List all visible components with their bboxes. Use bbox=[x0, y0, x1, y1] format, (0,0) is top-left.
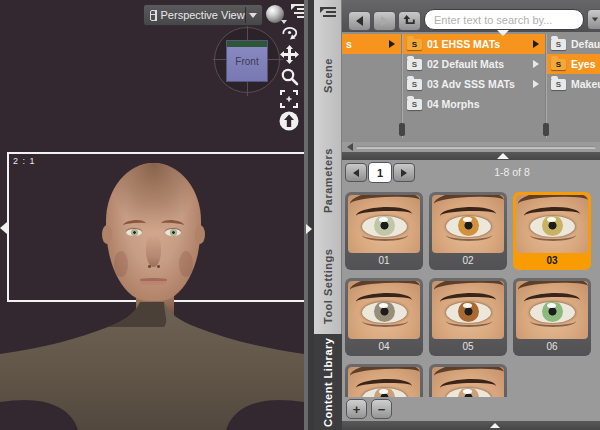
viewport-tool-column bbox=[277, 22, 301, 131]
view-selector[interactable]: Perspective View bbox=[143, 4, 263, 26]
folder-icon bbox=[407, 59, 422, 70]
folder-item-label: 01 EHSS MATs bbox=[427, 38, 500, 50]
folder-item-label: Eyes bbox=[571, 58, 596, 70]
thumbnail-label: 01 bbox=[348, 253, 420, 267]
decrease-size-button[interactable]: − bbox=[371, 399, 392, 419]
home-view-icon[interactable] bbox=[278, 110, 300, 131]
folder-item[interactable]: 04 Morphs bbox=[403, 94, 545, 114]
viewport-options-icon[interactable] bbox=[291, 4, 304, 17]
library-toolbar bbox=[342, 0, 600, 32]
material-thumbnail[interactable]: 05 bbox=[429, 278, 507, 356]
splitter-handle-icon[interactable] bbox=[497, 153, 509, 159]
material-thumbnail[interactable]: 03 bbox=[513, 192, 591, 270]
back-button[interactable] bbox=[348, 11, 371, 31]
side-tab-label: Tool Settings bbox=[322, 248, 334, 323]
side-tab[interactable]: Content Library bbox=[314, 334, 342, 430]
previous-page-button[interactable] bbox=[345, 163, 367, 182]
figure-head[interactable] bbox=[106, 163, 201, 301]
figure-nose bbox=[146, 235, 161, 267]
scroll-left-icon[interactable] bbox=[347, 143, 353, 151]
figure-nostril-right bbox=[157, 265, 160, 268]
eye-preview-image bbox=[432, 367, 504, 397]
bottom-splitter[interactable] bbox=[342, 421, 600, 430]
folder-item[interactable]: Default bbox=[547, 34, 600, 54]
folder-item[interactable]: Makeup bbox=[547, 74, 600, 94]
viewport-splitter[interactable] bbox=[304, 0, 314, 430]
folder-icon bbox=[551, 59, 566, 70]
browser-horizontal-scrollbar[interactable] bbox=[342, 142, 600, 152]
orbit-tool-icon[interactable] bbox=[278, 22, 300, 43]
column-scrollbar-thumb[interactable] bbox=[543, 123, 549, 136]
left-pane-collapse-icon[interactable] bbox=[0, 222, 7, 234]
current-page-button[interactable]: 1 bbox=[368, 162, 392, 183]
viewport-3d[interactable]: Perspective View Front 2 : 1 bbox=[0, 0, 304, 430]
search-options-button[interactable] bbox=[587, 9, 600, 30]
folder-column-3: Default Eyes Makeup bbox=[547, 34, 600, 140]
aspect-ratio-label: 2 : 1 bbox=[13, 156, 36, 166]
column-scrollbar-thumb[interactable] bbox=[399, 123, 405, 136]
material-thumbnail[interactable]: 08 bbox=[429, 364, 507, 397]
splitter-collapse-icon[interactable] bbox=[306, 224, 312, 234]
thumbnail-grid: 01 02 03 bbox=[342, 184, 600, 397]
folder-item-label: Default bbox=[571, 38, 600, 50]
zoom-tool-icon[interactable] bbox=[278, 66, 300, 87]
eye-preview-image bbox=[516, 195, 588, 253]
folder-item[interactable]: 02 Default Mats bbox=[403, 54, 545, 74]
folder-column-1: s bbox=[342, 34, 401, 140]
pan-tool-icon[interactable] bbox=[278, 44, 300, 65]
view-selector-label: Perspective View bbox=[161, 9, 245, 21]
next-page-button[interactable] bbox=[393, 163, 415, 182]
side-tab-label: Scene bbox=[322, 59, 334, 94]
folder-item[interactable]: 01 EHSS MATs bbox=[403, 34, 545, 54]
folder-item[interactable]: s bbox=[342, 34, 401, 54]
content-library-panel: s 01 EHSS MATs 02 Default Mats 03 Adv SS… bbox=[342, 0, 600, 430]
folder-item[interactable]: 03 Adv SSS MATs bbox=[403, 74, 545, 94]
viewport-layout-icon bbox=[150, 10, 156, 21]
side-tab[interactable]: Tool Settings bbox=[314, 238, 342, 334]
material-thumbnail[interactable]: 04 bbox=[345, 278, 423, 356]
material-thumbnail[interactable]: 06 bbox=[513, 278, 591, 356]
folder-column-2: 01 EHSS MATs 02 Default Mats 03 Adv SSS … bbox=[403, 34, 545, 140]
folder-icon bbox=[551, 79, 566, 90]
thumbnail-label: 04 bbox=[348, 339, 420, 353]
up-level-button[interactable] bbox=[398, 11, 421, 31]
thumbnail-size-bar: + − bbox=[342, 397, 600, 421]
figure-eye-right bbox=[165, 229, 181, 236]
frame-tool-icon[interactable] bbox=[278, 88, 300, 109]
scrollbar-track[interactable] bbox=[356, 146, 596, 149]
material-thumbnail[interactable]: 07 bbox=[345, 364, 423, 397]
expand-arrow-icon bbox=[533, 40, 539, 48]
view-cube-label: Front bbox=[235, 56, 258, 67]
pagination-bar: 1 1-8 of 8 bbox=[342, 160, 600, 184]
side-tab-strip: Scene Parameters Tool Settings Content L… bbox=[314, 0, 342, 430]
folder-item[interactable]: Eyes bbox=[547, 54, 600, 74]
increase-size-button[interactable]: + bbox=[346, 399, 367, 419]
material-thumbnail[interactable]: 01 bbox=[345, 192, 423, 270]
toolbar-splitter-handle-icon[interactable] bbox=[497, 30, 509, 36]
folder-icon bbox=[407, 39, 422, 50]
folder-item-label: 03 Adv SSS MATs bbox=[427, 78, 515, 90]
browser-results-splitter[interactable] bbox=[342, 152, 600, 160]
figure-cheek-shadow-left bbox=[114, 251, 128, 277]
result-range-label: 1-8 of 8 bbox=[472, 166, 552, 178]
search-input[interactable] bbox=[424, 9, 584, 30]
figure-ear-right bbox=[195, 225, 205, 244]
material-thumbnail[interactable]: 02 bbox=[429, 192, 507, 270]
pane-menu-icon[interactable] bbox=[320, 7, 336, 20]
figure-torso[interactable] bbox=[0, 302, 304, 430]
figure-ear-left bbox=[102, 225, 112, 244]
expand-arrow-icon bbox=[389, 40, 395, 48]
side-tab[interactable]: Scene bbox=[314, 40, 342, 112]
thumbnail-label: 02 bbox=[432, 253, 504, 267]
view-cube-front-face[interactable]: Front bbox=[226, 40, 268, 82]
folder-icon bbox=[407, 99, 422, 110]
thumbnail-label: 03 bbox=[516, 253, 588, 267]
forward-button[interactable] bbox=[373, 11, 396, 31]
bottom-splitter-handle-icon[interactable] bbox=[490, 423, 500, 428]
side-tab[interactable]: Parameters bbox=[314, 128, 342, 234]
view-cube[interactable]: Front bbox=[213, 26, 283, 96]
figure-mouth bbox=[140, 278, 167, 285]
eye-preview-image bbox=[348, 281, 420, 339]
figure-cheek-shadow-right bbox=[179, 251, 193, 277]
figure-nostril-left bbox=[148, 265, 151, 268]
